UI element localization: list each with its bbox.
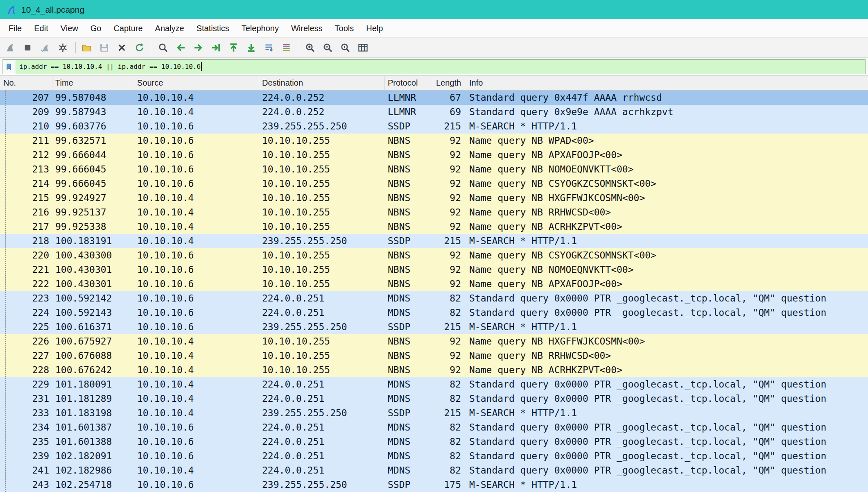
packet-info: Name query NB RRHWCSD<00>: [465, 349, 868, 363]
menu-telephony[interactable]: Telephony: [235, 19, 285, 37]
packet-info: Name query NB APXAFOOJP<00>: [465, 277, 868, 291]
menu-tools[interactable]: Tools: [329, 19, 360, 37]
table-row[interactable]: 226100.67592710.10.10.410.10.10.255NBNS9…: [0, 334, 868, 349]
table-row[interactable]: 21699.92513710.10.10.410.10.10.255NBNS92…: [0, 205, 868, 220]
colorize-icon[interactable]: [280, 41, 293, 54]
table-row[interactable]: 21799.92533810.10.10.410.10.10.255NBNS92…: [0, 220, 868, 234]
table-row[interactable]: 235101.60138810.10.10.6224.0.0.251MDNS82…: [0, 435, 868, 449]
related-packet-gutter: [0, 91, 11, 105]
column-header-protocol[interactable]: Protocol: [385, 76, 433, 90]
menu-wireless[interactable]: Wireless: [285, 19, 329, 37]
packet-length: 215: [433, 234, 465, 248]
packet-source: 10.10.10.4: [134, 377, 259, 392]
zoom-original-icon[interactable]: [339, 41, 352, 54]
capture-options-icon[interactable]: [56, 41, 69, 54]
packet-source: 10.10.10.4: [134, 392, 259, 406]
table-row[interactable]: 220100.43030010.10.10.610.10.10.255NBNS9…: [0, 248, 868, 263]
packet-no: 217: [11, 220, 52, 234]
table-row[interactable]: 233101.18319810.10.10.4239.255.255.250SS…: [0, 406, 868, 420]
packet-protocol: LLMNR: [385, 91, 433, 105]
menu-file[interactable]: File: [2, 19, 28, 37]
table-row[interactable]: 221100.43030110.10.10.610.10.10.255NBNS9…: [0, 263, 868, 277]
packet-source: 10.10.10.4: [134, 91, 259, 105]
packet-time: 100.675927: [52, 334, 134, 349]
go-to-packet-icon[interactable]: [209, 41, 222, 54]
go-back-icon[interactable]: [174, 41, 187, 54]
open-file-icon[interactable]: [80, 41, 93, 54]
packet-length: 92: [433, 205, 465, 220]
go-last-packet-icon[interactable]: [244, 41, 258, 54]
column-header-time[interactable]: Time: [52, 76, 134, 90]
packet-protocol: NBNS: [385, 277, 433, 291]
display-filter-input[interactable]: ip.addr == 10.10.10.4 || ip.addr == 10.1…: [2, 59, 866, 74]
table-row[interactable]: 243102.25471810.10.10.6239.255.255.250SS…: [0, 478, 868, 492]
go-forward-icon[interactable]: [192, 41, 205, 54]
capture-stop-icon[interactable]: [21, 41, 34, 54]
table-row[interactable]: 21199.63257110.10.10.610.10.10.255NBNS92…: [0, 134, 868, 148]
related-packet-gutter: [0, 191, 11, 205]
toolbar-separator: [152, 42, 152, 53]
column-header-no[interactable]: No.: [0, 76, 52, 90]
menu-capture[interactable]: Capture: [107, 19, 149, 37]
packet-source: 10.10.10.6: [134, 306, 259, 320]
table-row[interactable]: 227100.67608810.10.10.410.10.10.255NBNS9…: [0, 349, 868, 363]
table-row[interactable]: 218100.18319110.10.10.4239.255.255.250SS…: [0, 234, 868, 248]
table-row[interactable]: 229101.18009110.10.10.4224.0.0.251MDNS82…: [0, 377, 868, 392]
packet-source: 10.10.10.4: [134, 205, 259, 220]
table-row[interactable]: 225100.61637110.10.10.6239.255.255.250SS…: [0, 320, 868, 334]
table-row[interactable]: 21599.92492710.10.10.410.10.10.255NBNS92…: [0, 191, 868, 205]
packet-source: 10.10.10.4: [134, 349, 259, 363]
table-row[interactable]: 223100.59214210.10.10.6224.0.0.251MDNS82…: [0, 291, 868, 306]
column-header-length[interactable]: Length: [433, 76, 465, 90]
table-row[interactable]: 222100.43030110.10.10.610.10.10.255NBNS9…: [0, 277, 868, 291]
table-row[interactable]: 21499.66604510.10.10.610.10.10.255NBNS92…: [0, 177, 868, 191]
find-packet-icon[interactable]: [156, 41, 170, 54]
zoom-in-icon[interactable]: [303, 41, 316, 54]
capture-restart-icon[interactable]: [38, 41, 52, 54]
table-row[interactable]: 228100.67624210.10.10.410.10.10.255NBNS9…: [0, 363, 868, 377]
auto-scroll-icon[interactable]: [262, 41, 275, 54]
table-row[interactable]: 20999.58794310.10.10.4224.0.0.252LLMNR69…: [0, 105, 868, 119]
table-row[interactable]: 239102.18209110.10.10.6224.0.0.251MDNS82…: [0, 449, 868, 463]
packet-time: 100.592142: [52, 291, 134, 306]
menu-analyze[interactable]: Analyze: [149, 19, 190, 37]
packet-time: 99.587943: [52, 105, 134, 119]
menu-go[interactable]: Go: [84, 19, 108, 37]
menu-edit[interactable]: Edit: [28, 19, 54, 37]
table-row[interactable]: 234101.60138710.10.10.6224.0.0.251MDNS82…: [0, 420, 868, 435]
table-row[interactable]: 231101.18128910.10.10.4224.0.0.251MDNS82…: [0, 392, 868, 406]
packet-no: 231: [11, 392, 52, 406]
packet-protocol: NBNS: [385, 334, 433, 349]
reload-file-icon[interactable]: [133, 41, 146, 54]
packet-destination: 239.255.255.250: [259, 320, 385, 334]
table-row[interactable]: 224100.59214310.10.10.6224.0.0.251MDNS82…: [0, 306, 868, 320]
packet-protocol: NBNS: [385, 205, 433, 220]
packet-source: 10.10.10.4: [134, 234, 259, 248]
wireshark-logo-icon: [5, 4, 17, 16]
zoom-out-icon[interactable]: [321, 41, 334, 54]
table-row[interactable]: 21399.66604510.10.10.610.10.10.255NBNS92…: [0, 162, 868, 177]
packet-no: 209: [11, 105, 52, 119]
close-file-icon[interactable]: [115, 41, 128, 54]
save-file-icon[interactable]: [97, 41, 111, 54]
packet-info: Name query NB WPAD<00>: [465, 134, 868, 148]
column-header-info[interactable]: Info: [465, 76, 868, 90]
resize-columns-icon[interactable]: [356, 41, 369, 54]
packet-info: Standard query 0x0000 PTR _googlecast._t…: [465, 420, 868, 435]
column-header-destination[interactable]: Destination: [259, 76, 385, 90]
packet-destination: 239.255.255.250: [259, 406, 385, 420]
table-row[interactable]: 20799.58704810.10.10.4224.0.0.252LLMNR67…: [0, 91, 868, 105]
packet-time: 99.666045: [52, 177, 134, 191]
menu-help[interactable]: Help: [360, 19, 389, 37]
menu-statistics[interactable]: Statistics: [190, 19, 235, 37]
column-header-source[interactable]: Source: [134, 76, 259, 90]
table-row[interactable]: 241102.18298610.10.10.4224.0.0.251MDNS82…: [0, 463, 868, 478]
go-first-packet-icon[interactable]: [227, 41, 240, 54]
packet-protocol: NBNS: [385, 248, 433, 263]
menu-view[interactable]: View: [54, 19, 84, 37]
table-row[interactable]: 21099.60377610.10.10.6239.255.255.250SSD…: [0, 119, 868, 134]
table-row[interactable]: 21299.66604410.10.10.610.10.10.255NBNS92…: [0, 148, 868, 162]
filter-bookmark-icon[interactable]: [2, 60, 16, 74]
capture-start-icon[interactable]: [3, 41, 16, 54]
packet-time: 100.430300: [52, 248, 134, 263]
